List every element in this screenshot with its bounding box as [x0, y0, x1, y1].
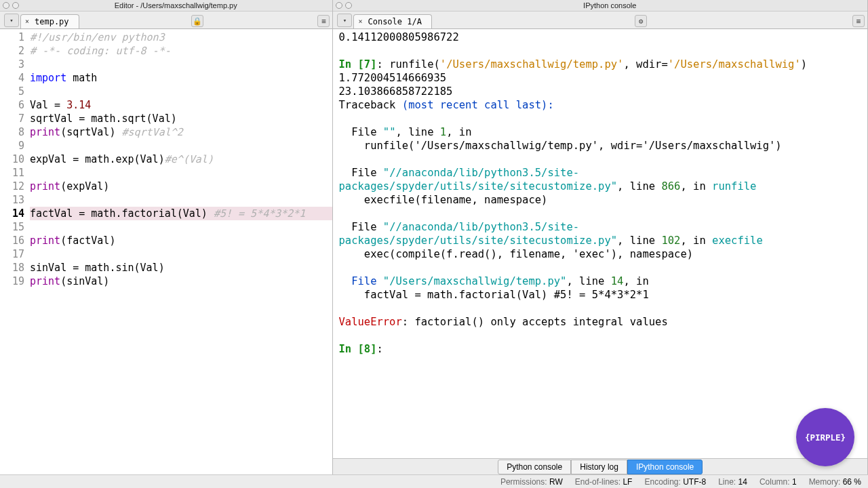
- console-output[interactable]: 0.14112000805986722 In [7]: runfile('/Us…: [333, 29, 867, 458]
- code-line[interactable]: factVal = math.factorial(Val) #5! = 5*4*…: [30, 207, 332, 220]
- eol-value: LF: [623, 477, 632, 487]
- line-label: Line:: [718, 477, 736, 487]
- chevron-down-icon: ▾: [343, 17, 347, 24]
- mem-value: 66 %: [843, 477, 861, 487]
- perm-value: RW: [549, 477, 563, 487]
- editor-body[interactable]: 12345678910111213141516171819 #!/usr/bin…: [0, 29, 332, 474]
- enc-value: UTF-8: [683, 477, 706, 487]
- window-close-icon[interactable]: [336, 2, 342, 9]
- enc-label: Encoding:: [644, 477, 680, 487]
- console-tabs: ▾ × Console 1/A ⚙ ≡: [333, 12, 867, 29]
- console-title: IPython console: [355, 1, 865, 9]
- code-line[interactable]: print(sqrtVal) #sqrtVal^2: [30, 125, 332, 139]
- gear-icon[interactable]: ⚙: [635, 15, 647, 27]
- code-line[interactable]: expVal = math.exp(Val)#e^(Val): [30, 152, 332, 166]
- line-number-gutter: 12345678910111213141516171819: [0, 29, 27, 474]
- tab-python-console[interactable]: Python console: [498, 460, 571, 474]
- editor-titlebar: Editor - /Users/maxschallwig/temp.py: [0, 0, 332, 12]
- code-line[interactable]: [30, 58, 332, 71]
- editor-title: Editor - /Users/maxschallwig/temp.py: [22, 1, 330, 9]
- chevron-down-icon: ▾: [9, 17, 13, 24]
- editor-tab-label: temp.py: [35, 17, 69, 26]
- code-line[interactable]: [30, 85, 332, 98]
- console-options-icon[interactable]: ≡: [852, 15, 865, 27]
- editor-tab-menu[interactable]: ▾: [4, 14, 19, 27]
- console-tab-label: Console 1/A: [368, 17, 421, 26]
- code-line[interactable]: [30, 220, 332, 234]
- console-titlebar: IPython console: [333, 0, 867, 12]
- code-line[interactable]: print(sinVal): [30, 274, 332, 288]
- code-line[interactable]: import math: [30, 71, 332, 85]
- eol-label: End-of-lines:: [575, 477, 620, 487]
- code-line[interactable]: # -*- coding: utf-8 -*-: [30, 44, 332, 58]
- console-tab-menu[interactable]: ▾: [337, 14, 352, 27]
- code-area[interactable]: #!/usr/bin/env python3# -*- coding: utf-…: [27, 29, 332, 474]
- code-line[interactable]: [30, 247, 332, 261]
- console-pane: IPython console ▾ × Console 1/A ⚙ ≡ 0.14…: [333, 0, 868, 474]
- close-icon[interactable]: ×: [358, 18, 362, 25]
- code-line[interactable]: [30, 166, 332, 180]
- code-line[interactable]: #!/usr/bin/env python3: [30, 30, 332, 44]
- line-value: 14: [738, 477, 747, 487]
- editor-options-icon[interactable]: ≡: [317, 15, 330, 27]
- window-min-icon[interactable]: [12, 2, 19, 9]
- close-icon[interactable]: ×: [25, 18, 29, 25]
- tab-history-log[interactable]: History log: [571, 460, 627, 474]
- code-line[interactable]: print(expVal): [30, 180, 332, 193]
- window-close-icon[interactable]: [3, 2, 9, 9]
- code-line[interactable]: [30, 193, 332, 207]
- code-line[interactable]: [30, 139, 332, 152]
- lock-icon[interactable]: 🔒: [191, 15, 203, 27]
- col-label: Column:: [760, 477, 790, 487]
- window-min-icon[interactable]: [345, 2, 352, 9]
- perm-label: Permissions:: [500, 477, 547, 487]
- mem-label: Memory:: [809, 477, 841, 487]
- pirple-badge: {PIRPLE}: [796, 408, 854, 466]
- tab-ipython-console[interactable]: IPython console: [627, 460, 703, 474]
- editor-pane: Editor - /Users/maxschallwig/temp.py ▾ ×…: [0, 0, 333, 474]
- code-line[interactable]: print(factVal): [30, 234, 332, 247]
- code-line[interactable]: sqrtVal = math.sqrt(Val): [30, 112, 332, 125]
- editor-tabs: ▾ × temp.py 🔒 ≡: [0, 12, 332, 29]
- code-line[interactable]: sinVal = math.sin(Val): [30, 261, 332, 274]
- bottom-console-tabs: Python console History log IPython conso…: [333, 458, 867, 474]
- status-bar: Permissions: RW End-of-lines: LF Encodin…: [0, 474, 868, 488]
- code-line[interactable]: Val = 3.14: [30, 98, 332, 112]
- editor-tab-temp-py[interactable]: × temp.py: [20, 14, 79, 28]
- console-tab-1a[interactable]: × Console 1/A: [353, 14, 431, 28]
- col-value: 1: [792, 477, 797, 487]
